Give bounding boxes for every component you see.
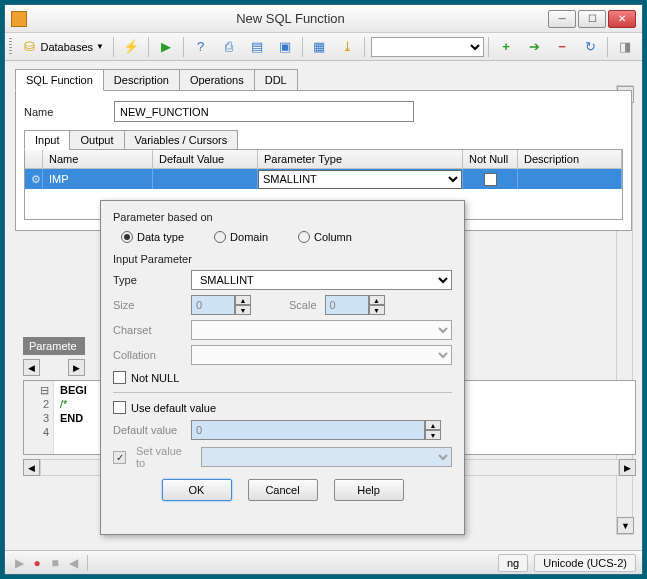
radio-datatype[interactable]: Data type <box>121 231 184 243</box>
help-button[interactable]: ? <box>188 36 214 58</box>
print-icon: ⎙ <box>221 39 237 55</box>
radio-icon <box>121 231 133 243</box>
cell-type[interactable]: SMALLINT <box>258 169 463 189</box>
input-param-label: Input Parameter <box>113 253 452 265</box>
notnull-checkbox[interactable] <box>484 173 497 186</box>
subtab-output[interactable]: Output <box>69 130 124 150</box>
export-button[interactable]: ⤓ <box>334 36 360 58</box>
add-button[interactable]: + <box>493 36 519 58</box>
col-description[interactable]: Description <box>518 150 622 168</box>
help-button[interactable]: Help <box>334 479 404 501</box>
nav-prev-icon[interactable]: ◀ <box>65 555 81 571</box>
window-title: New SQL Function <box>33 11 548 26</box>
cell-default[interactable] <box>153 169 258 189</box>
col-type[interactable]: Parameter Type <box>258 150 463 168</box>
parameters-header: Paramete <box>23 337 85 355</box>
plus-icon: + <box>498 39 514 55</box>
save-icon: ▦ <box>311 39 327 55</box>
minimize-button[interactable]: ─ <box>548 10 576 28</box>
col-name[interactable]: Name <box>43 150 153 168</box>
main-toolbar: ⛁ Databases ▼ ⚡ ▶ ? ⎙ ▤ ▣ ▦ ⤓ + ➔ − ↻ ◨ <box>5 33 642 61</box>
cancel-button[interactable]: Cancel <box>248 479 318 501</box>
document-icon: ▤ <box>249 39 265 55</box>
next-button[interactable]: ➔ <box>521 36 547 58</box>
radio-domain[interactable]: Domain <box>214 231 268 243</box>
close-button[interactable]: ✕ <box>608 10 636 28</box>
status-encoding: Unicode (UCS-2) <box>534 554 636 572</box>
help-icon: ? <box>193 39 209 55</box>
toolbar-combo[interactable] <box>371 37 484 57</box>
cell-name[interactable]: IMP <box>43 169 153 189</box>
table-row[interactable]: ⚙ IMP SMALLINT <box>25 169 622 189</box>
gear-icon: ⚙ <box>31 173 41 186</box>
notnull-checkbox-item[interactable]: Not NULL <box>113 371 452 384</box>
subtab-input[interactable]: Input <box>24 130 70 150</box>
remove-button[interactable]: − <box>549 36 575 58</box>
titlebar: New SQL Function ─ ☐ ✕ <box>5 5 642 33</box>
spinner-up-icon[interactable]: ▲ <box>369 295 385 305</box>
spinner-down-icon[interactable]: ▼ <box>369 305 385 315</box>
set-value-checkbox <box>113 451 126 464</box>
databases-label: Databases <box>40 41 93 53</box>
run-button[interactable]: ▶ <box>153 36 179 58</box>
scroll-right-icon[interactable]: ▶ <box>68 359 85 376</box>
radio-icon <box>298 231 310 243</box>
default-value-spinner: ▲▼ <box>191 420 441 440</box>
print-button[interactable]: ⎙ <box>216 36 242 58</box>
status-item-1: ng <box>498 554 528 572</box>
save-button[interactable]: ▦ <box>306 36 332 58</box>
col-notnull[interactable]: Not Null <box>463 150 518 168</box>
scale-label: Scale <box>289 299 317 311</box>
tab-sql-function[interactable]: SQL Function <box>15 69 104 91</box>
toolbar-grip[interactable] <box>9 38 12 56</box>
databases-dropdown[interactable]: ⛁ Databases ▼ <box>16 36 109 58</box>
use-default-checkbox[interactable]: Use default value <box>113 401 452 414</box>
spinner-down-icon[interactable]: ▼ <box>235 305 251 315</box>
subtab-variables[interactable]: Variables / Cursors <box>124 130 239 150</box>
scroll-down-icon[interactable]: ▼ <box>617 517 634 534</box>
name-input[interactable] <box>114 101 414 122</box>
minus-icon: − <box>554 39 570 55</box>
spinner-up-icon[interactable]: ▲ <box>235 295 251 305</box>
size-spinner[interactable]: ▲▼ <box>191 295 251 315</box>
maximize-button[interactable]: ☐ <box>578 10 606 28</box>
doc-button[interactable]: ▤ <box>244 36 270 58</box>
size-label: Size <box>113 299 183 311</box>
arrow-right-icon: ➔ <box>526 39 542 55</box>
nav-record-icon[interactable]: ● <box>29 555 45 571</box>
collation-label: Collation <box>113 349 183 361</box>
filter-icon: ◨ <box>617 39 633 55</box>
collation-select <box>191 345 452 365</box>
filter-button[interactable]: ◨ <box>612 36 638 58</box>
cell-notnull[interactable] <box>463 169 518 189</box>
window-button[interactable]: ▣ <box>272 36 298 58</box>
type-select[interactable]: SMALLINT <box>191 270 452 290</box>
tab-ddl[interactable]: DDL <box>254 69 298 90</box>
radio-column[interactable]: Column <box>298 231 352 243</box>
scroll-left-icon[interactable]: ◀ <box>23 359 40 376</box>
type-label: Type <box>113 274 183 286</box>
set-value-label: Set value to <box>136 445 193 469</box>
compile-button[interactable]: ⚡ <box>118 36 144 58</box>
chevron-down-icon: ▼ <box>96 42 104 51</box>
tab-operations[interactable]: Operations <box>179 69 255 90</box>
parameter-popup: Parameter based on Data type Domain Colu… <box>100 200 465 535</box>
nav-first-icon[interactable]: ▶ <box>11 555 27 571</box>
scale-spinner[interactable]: ▲▼ <box>325 295 385 315</box>
col-default[interactable]: Default Value <box>153 150 258 168</box>
code-editor[interactable]: BEGI /* END <box>54 381 93 454</box>
play-icon: ▶ <box>158 39 174 55</box>
ok-button[interactable]: OK <box>162 479 232 501</box>
nav-stop-icon[interactable]: ■ <box>47 555 63 571</box>
checkbox-icon <box>113 371 126 384</box>
type-select[interactable]: SMALLINT <box>258 170 462 189</box>
refresh-button[interactable]: ↻ <box>577 36 603 58</box>
cell-description[interactable] <box>518 169 622 189</box>
code-gutter: ⊟ 2 3 4 <box>24 381 54 454</box>
scroll-right-icon[interactable]: ▶ <box>619 459 636 476</box>
tab-description[interactable]: Description <box>103 69 180 90</box>
scroll-left-icon[interactable]: ◀ <box>23 459 40 476</box>
charset-label: Charset <box>113 324 183 336</box>
refresh-icon: ↻ <box>582 39 598 55</box>
main-tabs: SQL Function Description Operations DDL <box>15 69 632 91</box>
